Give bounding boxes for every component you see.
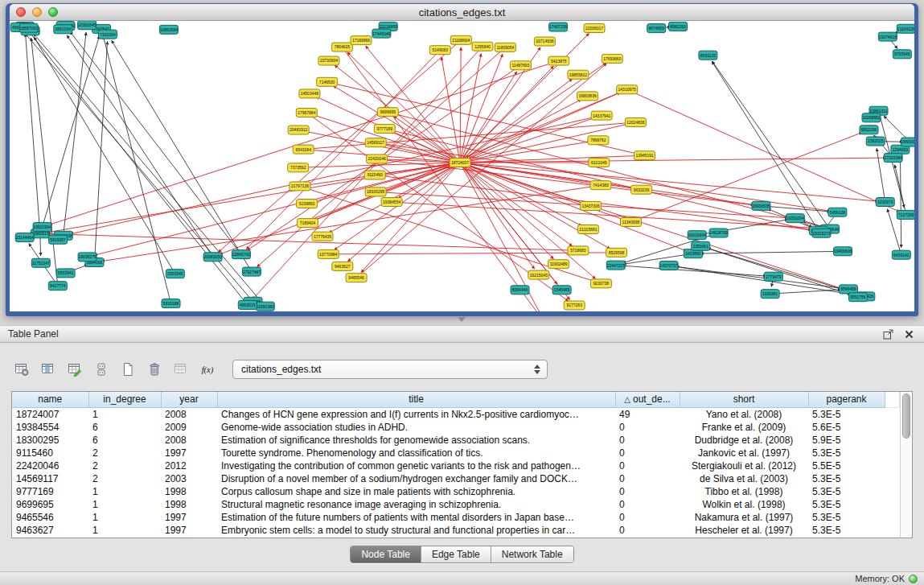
graph-edge[interactable] xyxy=(67,35,212,257)
graph-node[interactable]: 9465546 xyxy=(346,274,367,282)
graph-node[interactable]: 7146530 xyxy=(317,77,338,86)
graph-node[interactable]: 5459138 xyxy=(828,208,847,216)
graph-node[interactable]: 9177263 xyxy=(564,301,585,310)
column-header-short[interactable]: short xyxy=(680,392,808,407)
graph-node[interactable]: 7127269 xyxy=(897,210,914,219)
graph-node[interactable]: 14569117 xyxy=(365,138,386,147)
graph-node[interactable]: 19638275 xyxy=(78,253,97,262)
splitter-handle[interactable] xyxy=(450,317,473,323)
graph-node[interactable]: 17693660 xyxy=(602,54,622,63)
table-row[interactable]: 2242004622012Investigating the contribut… xyxy=(12,459,900,472)
graph-node[interactable]: 3350545 xyxy=(166,270,184,278)
table-row[interactable]: 946362711997Embryonic stem cells: a mode… xyxy=(12,524,900,537)
graph-node[interactable]: 16310904 xyxy=(688,231,706,240)
graph-node[interactable]: 8529598 xyxy=(606,248,627,257)
window-titlebar[interactable]: citations_edges.txt xyxy=(10,4,914,21)
graph-node[interactable]: 21797136 xyxy=(290,182,310,191)
graph-node[interactable]: 10268882 xyxy=(862,113,881,122)
graph-edge[interactable] xyxy=(64,32,86,236)
graph-edge[interactable] xyxy=(616,266,766,277)
graph-node[interactable]: 14370707 xyxy=(659,262,678,270)
graph-node[interactable]: 8960293 xyxy=(669,22,688,31)
graph-edge[interactable] xyxy=(631,133,863,223)
table-row[interactable]: 1872400712008Changes of HCN gene express… xyxy=(12,407,900,421)
graph-node[interactable]: 5919188 xyxy=(162,299,180,308)
graph-node[interactable]: 6439142 xyxy=(892,250,910,259)
graph-node[interactable]: 5149083 xyxy=(429,46,450,55)
graph-edge[interactable] xyxy=(101,185,601,261)
graph-node[interactable]: 7899762 xyxy=(588,136,609,145)
graph-edge[interactable] xyxy=(30,32,248,305)
graph-node[interactable]: 17169966 xyxy=(351,36,372,45)
graph-edge[interactable] xyxy=(770,290,841,294)
graph-edge[interactable] xyxy=(112,40,252,271)
graph-node[interactable]: 11809054 xyxy=(495,43,515,51)
graph-node[interactable]: 6543184 xyxy=(293,145,314,154)
rows-icon[interactable] xyxy=(91,359,112,380)
graph-node[interactable]: 12024836 xyxy=(625,118,646,127)
graph-node[interactable]: 18587093 xyxy=(19,23,38,32)
graph-node[interactable]: 19251094 xyxy=(786,214,804,223)
function-builder-icon[interactable]: f(x) xyxy=(197,359,218,380)
graph-node[interactable]: 14310975 xyxy=(617,85,638,94)
edit-table-icon[interactable] xyxy=(64,359,85,380)
graph-node[interactable]: 17203384 xyxy=(884,154,902,163)
graph-node[interactable]: 20391845 xyxy=(78,21,97,30)
graph-node[interactable]: 18724007 xyxy=(450,159,470,167)
graph-node[interactable]: 14628709 xyxy=(709,229,728,237)
graph-node[interactable]: 21315661 xyxy=(577,225,598,234)
table-row[interactable]: 1938455462009Genome-wide association stu… xyxy=(12,421,900,434)
graph-node[interactable]: 1169381 xyxy=(761,290,779,299)
graph-node[interactable]: 9777169 xyxy=(374,124,395,133)
graph-node[interactable]: 22420046 xyxy=(367,154,388,163)
graph-node[interactable]: 14503448 xyxy=(299,89,320,98)
graph-node[interactable]: 8064444 xyxy=(511,286,529,295)
graph-edge[interactable] xyxy=(460,163,542,311)
graph-edge[interactable] xyxy=(713,61,831,229)
graph-node[interactable]: 17927487 xyxy=(242,267,261,276)
graph-node[interactable]: 11751047 xyxy=(31,258,50,267)
graph-node[interactable]: 20083050 xyxy=(203,253,222,262)
import-table-icon[interactable] xyxy=(170,359,191,380)
graph-node[interactable]: 9427774 xyxy=(48,282,67,290)
graph-node[interactable]: 9239893 xyxy=(297,200,318,208)
graph-node[interactable]: 9699695 xyxy=(377,108,398,117)
graph-node[interactable]: 11902489 xyxy=(548,260,569,269)
graph-node[interactable]: 7101064 xyxy=(99,30,117,39)
column-header-title[interactable]: title xyxy=(217,392,615,407)
graph-node[interactable]: 17407256 xyxy=(549,23,568,31)
graph-node[interactable]: 5619367 xyxy=(49,235,68,244)
graph-edge[interactable] xyxy=(26,34,40,233)
graph-node[interactable]: 3230976 xyxy=(876,198,894,207)
network-canvas[interactable]: 1938455418300295911546022420046145691179… xyxy=(10,21,914,311)
graph-node[interactable]: 7189404 xyxy=(297,219,318,228)
column-header-pagerank[interactable]: pagerank xyxy=(808,392,885,407)
graph-node[interactable]: 12845742 xyxy=(232,250,250,259)
graph-node[interactable]: 9633239 xyxy=(631,185,652,194)
graph-node[interactable]: 17445049 xyxy=(372,29,391,38)
minimize-window-button[interactable] xyxy=(32,7,42,17)
graph-node[interactable]: 7414383 xyxy=(590,181,611,190)
tab-edge-table[interactable]: Edge Table xyxy=(421,546,491,562)
graph-node[interactable]: 17967984 xyxy=(296,109,317,117)
graph-node[interactable]: 19855812 xyxy=(568,70,589,79)
graph-node[interactable]: 10893584 xyxy=(159,25,178,34)
graph-edge[interactable] xyxy=(460,163,557,284)
close-panel-icon[interactable] xyxy=(901,328,916,340)
graph-node[interactable]: 11343995 xyxy=(621,218,642,227)
zoom-window-button[interactable] xyxy=(48,7,58,17)
graph-node[interactable]: 23730934 xyxy=(318,56,339,65)
graph-node[interactable]: 16803836 xyxy=(577,92,598,101)
graph-node[interactable]: 18300295 xyxy=(365,187,386,196)
graph-edge[interactable] xyxy=(347,52,460,163)
graph-node[interactable]: 9755545 xyxy=(893,50,911,59)
graph-node[interactable]: 23144464 xyxy=(15,233,34,242)
graph-node[interactable]: 16660030 xyxy=(901,138,914,146)
close-window-button[interactable] xyxy=(16,7,26,17)
table-row[interactable]: 969969511998Structural magnetic resonanc… xyxy=(12,498,900,511)
delete-icon[interactable] xyxy=(144,359,165,380)
graph-node[interactable]: 17776435 xyxy=(312,232,333,241)
graph-node[interactable]: 19921964 xyxy=(33,223,51,232)
tab-network-table[interactable]: Network Table xyxy=(491,546,573,562)
network-view[interactable]: 1938455418300295911546022420046145691179… xyxy=(10,21,914,311)
